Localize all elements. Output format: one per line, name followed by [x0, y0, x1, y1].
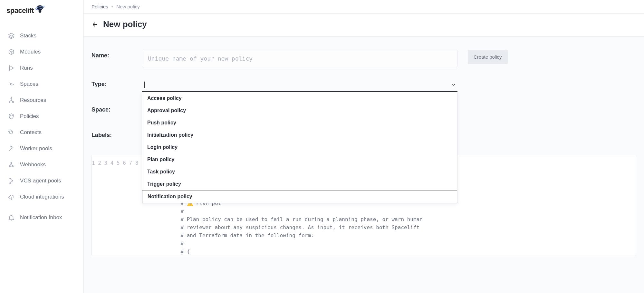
type-option[interactable]: Initialization policy	[142, 129, 457, 141]
svg-point-7	[10, 115, 11, 116]
sidebar-nav: Stacks Modules Runs Spaces Resources Pol…	[0, 23, 83, 226]
cloud-icon	[8, 193, 15, 200]
sidebar-item-label: VCS agent pools	[20, 178, 61, 184]
sidebar-item-label: Webhooks	[20, 161, 46, 168]
astronaut-icon	[34, 4, 45, 15]
nodes-icon	[8, 97, 15, 104]
breadcrumb-root[interactable]: Policies	[91, 4, 108, 9]
sidebar-item-label: Stacks	[20, 33, 36, 39]
sidebar-item-contexts[interactable]: Contexts	[0, 124, 83, 141]
breadcrumb-separator: •	[110, 4, 115, 9]
sidebar-item-label: Contexts	[20, 129, 42, 136]
sidebar-item-modules[interactable]: Modules	[0, 44, 83, 60]
sidebar-item-runs[interactable]: Runs	[0, 60, 83, 76]
labels-label: Labels:	[91, 129, 142, 139]
breadcrumb-current: New policy	[116, 4, 140, 9]
type-option[interactable]: Push policy	[142, 117, 457, 129]
type-option[interactable]: Plan policy	[142, 153, 457, 166]
space-label: Space:	[91, 104, 142, 113]
type-dropdown: Access policyApproval policyPush policyI…	[142, 92, 457, 203]
sidebar-item-vcs-agent-pools[interactable]: VCS agent pools	[0, 173, 83, 189]
name-input[interactable]	[142, 50, 457, 67]
type-option[interactable]: Trigger policy	[142, 178, 457, 190]
type-option[interactable]: Login policy	[142, 141, 457, 153]
pickaxe-icon	[8, 145, 15, 152]
logo-text: spacelift	[6, 6, 34, 15]
svg-rect-2	[39, 9, 42, 13]
type-select[interactable]	[142, 78, 457, 92]
sidebar-item-label: Policies	[20, 113, 39, 120]
logo[interactable]: spacelift	[0, 5, 83, 23]
sidebar-item-label: Spaces	[20, 81, 38, 87]
sidebar-item-worker-pools[interactable]: Worker pools	[0, 141, 83, 157]
svg-point-6	[13, 102, 14, 103]
svg-point-9	[9, 166, 11, 167]
name-label: Name:	[91, 50, 142, 59]
sidebar-item-notification-inbox[interactable]: Notification Inbox	[0, 210, 83, 226]
back-arrow-icon[interactable]	[91, 21, 99, 28]
sidebar-item-label: Resources	[20, 97, 46, 103]
type-option[interactable]: Approval policy	[142, 104, 457, 117]
title-row: New policy	[84, 14, 644, 37]
type-option[interactable]: Task policy	[142, 166, 457, 178]
type-option[interactable]: Notification policy	[142, 190, 457, 203]
play-icon	[8, 64, 15, 72]
sidebar-item-policies[interactable]: Policies	[0, 108, 83, 124]
sidebar-item-stacks[interactable]: Stacks	[0, 28, 83, 44]
page-title: New policy	[103, 19, 147, 29]
create-policy-button[interactable]: Create policy	[468, 50, 508, 64]
sidebar-item-resources[interactable]: Resources	[0, 92, 83, 108]
form-row-name: Name: Create policy	[91, 50, 636, 67]
sidebar-item-label: Notification Inbox	[20, 214, 62, 221]
bell-icon	[8, 214, 15, 221]
sidebar-item-label: Runs	[20, 65, 33, 71]
svg-point-4	[11, 98, 12, 99]
form-row-type: Type: Access policyApproval policyPush p…	[91, 78, 636, 93]
sidebar-item-label: Worker pools	[20, 145, 52, 152]
webhook-icon	[8, 161, 15, 168]
sidebar-item-cloud-integrations[interactable]: Cloud integrations	[0, 189, 83, 205]
svg-point-8	[12, 115, 13, 116]
vcs-icon	[8, 177, 15, 184]
shield-icon	[8, 113, 15, 120]
puzzle-icon	[8, 129, 15, 136]
sidebar-item-label: Cloud integrations	[20, 194, 64, 200]
type-label: Type:	[91, 78, 142, 88]
text-cursor	[144, 82, 145, 88]
main: Policies • New policy New policy Name: C…	[84, 0, 644, 293]
sidebar-item-label: Modules	[20, 49, 41, 55]
layers-icon	[8, 32, 15, 39]
svg-point-5	[9, 102, 10, 103]
breadcrumb: Policies • New policy	[84, 0, 644, 14]
chevron-down-icon	[451, 82, 456, 87]
svg-point-11	[11, 162, 12, 164]
target-icon	[8, 81, 15, 88]
sidebar: spacelift Stacks Modules Runs Spaces Res…	[0, 0, 84, 293]
content: Name: Create policy Type: Access policyA…	[84, 37, 644, 293]
box-icon	[8, 48, 15, 55]
svg-point-10	[12, 166, 14, 167]
sidebar-item-spaces[interactable]: Spaces	[0, 76, 83, 92]
svg-point-3	[10, 83, 12, 85]
form: Name: Create policy Type: Access policyA…	[84, 37, 644, 144]
sidebar-item-webhooks[interactable]: Webhooks	[0, 157, 83, 173]
type-option[interactable]: Access policy	[142, 92, 457, 104]
